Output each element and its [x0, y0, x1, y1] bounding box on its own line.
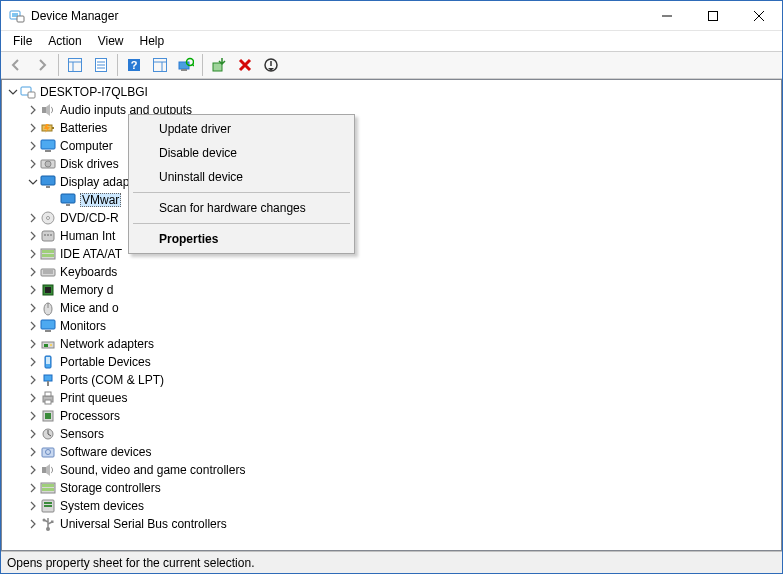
tree-category[interactable]: Mice and o: [2, 299, 781, 317]
tree-category[interactable]: Batteries: [2, 119, 781, 137]
scan-hardware-button[interactable]: [174, 53, 198, 77]
tree-category[interactable]: Display adapters: [2, 173, 781, 191]
tree-category[interactable]: Universal Serial Bus controllers: [2, 515, 781, 533]
expander-icon[interactable]: [26, 481, 40, 495]
action-pane-button[interactable]: [148, 53, 172, 77]
expander-icon[interactable]: [26, 157, 40, 171]
net-icon: [40, 336, 56, 352]
expander-icon[interactable]: [26, 499, 40, 513]
menu-file[interactable]: File: [5, 32, 40, 50]
device-tree[interactable]: DESKTOP-I7QLBGIAudio inputs and outputsB…: [1, 79, 782, 551]
expander-icon[interactable]: [26, 409, 40, 423]
expander-icon[interactable]: [26, 517, 40, 531]
tree-category[interactable]: DVD/CD-R: [2, 209, 781, 227]
context-disable-device[interactable]: Disable device: [131, 141, 352, 165]
menu-action[interactable]: Action: [40, 32, 89, 50]
tree-category[interactable]: Storage controllers: [2, 479, 781, 497]
context-properties[interactable]: Properties: [131, 227, 352, 251]
tree-category[interactable]: Computer: [2, 137, 781, 155]
category-label: Human Int: [60, 229, 115, 243]
menu-help[interactable]: Help: [132, 32, 173, 50]
tree-category[interactable]: Sensors: [2, 425, 781, 443]
svg-rect-74: [42, 488, 54, 491]
maximize-button[interactable]: [690, 1, 736, 31]
update-driver-button[interactable]: [207, 53, 231, 77]
minimize-button[interactable]: [644, 1, 690, 31]
printer-icon: [40, 390, 56, 406]
category-label: Software devices: [60, 445, 151, 459]
tree-category[interactable]: Print queues: [2, 389, 781, 407]
menu-view[interactable]: View: [90, 32, 132, 50]
svg-rect-67: [45, 413, 51, 419]
battery-icon: [40, 120, 56, 136]
expander-icon[interactable]: [26, 373, 40, 387]
tree-category[interactable]: Memory d: [2, 281, 781, 299]
expander-icon[interactable]: [26, 301, 40, 315]
tree-category[interactable]: Network adapters: [2, 335, 781, 353]
expander-icon[interactable]: [26, 211, 40, 225]
svg-rect-54: [41, 320, 55, 329]
tree-category[interactable]: IDE ATA/AT: [2, 245, 781, 263]
svg-rect-55: [45, 330, 51, 332]
expander-icon[interactable]: [26, 175, 40, 189]
expander-icon[interactable]: [26, 463, 40, 477]
expander-icon[interactable]: [26, 355, 40, 369]
expander-icon[interactable]: [26, 445, 40, 459]
svg-rect-64: [45, 392, 51, 396]
context-menu: Update driverDisable deviceUninstall dev…: [128, 114, 355, 254]
expander-icon[interactable]: [26, 121, 40, 135]
expander-icon[interactable]: [26, 139, 40, 153]
svg-rect-36: [61, 194, 75, 203]
expander-icon[interactable]: [6, 85, 20, 99]
tree-category[interactable]: Audio inputs and outputs: [2, 101, 781, 119]
context-scan-for-hardware-changes[interactable]: Scan for hardware changes: [131, 196, 352, 220]
tree-category[interactable]: Human Int: [2, 227, 781, 245]
expander-icon[interactable]: [26, 265, 40, 279]
expander-icon[interactable]: [26, 427, 40, 441]
tree-root[interactable]: DESKTOP-I7QLBGI: [2, 83, 781, 101]
window-title: Device Manager: [31, 9, 644, 23]
tree-category[interactable]: Monitors: [2, 317, 781, 335]
forward-button[interactable]: [30, 53, 54, 77]
storage-icon: [40, 480, 56, 496]
properties-button[interactable]: [89, 53, 113, 77]
cd-icon: [40, 210, 56, 226]
svg-rect-46: [42, 254, 54, 257]
svg-line-22: [192, 64, 194, 66]
tree-category[interactable]: Keyboards: [2, 263, 781, 281]
expander-icon[interactable]: [26, 319, 40, 333]
statusbar: Opens property sheet for the current sel…: [1, 551, 782, 573]
show-hide-console-tree-button[interactable]: [63, 53, 87, 77]
expander-icon[interactable]: [26, 391, 40, 405]
context-update-driver[interactable]: Update driver: [131, 117, 352, 141]
tree-category[interactable]: Disk drives: [2, 155, 781, 173]
category-label: DVD/CD-R: [60, 211, 119, 225]
context-uninstall-device[interactable]: Uninstall device: [131, 165, 352, 189]
uninstall-button[interactable]: [233, 53, 257, 77]
back-button[interactable]: [4, 53, 28, 77]
expander-icon[interactable]: [26, 103, 40, 117]
tree-category[interactable]: Sound, video and game controllers: [2, 461, 781, 479]
tree-category[interactable]: Processors: [2, 407, 781, 425]
close-button[interactable]: [736, 1, 782, 31]
port-icon: [40, 372, 56, 388]
tree-category[interactable]: Ports (COM & LPT): [2, 371, 781, 389]
tree-device[interactable]: VMwar: [2, 191, 781, 209]
tree-category[interactable]: System devices: [2, 497, 781, 515]
tree-category[interactable]: Portable Devices: [2, 353, 781, 371]
help-button[interactable]: ?: [122, 53, 146, 77]
tree-category[interactable]: Software devices: [2, 443, 781, 461]
svg-rect-30: [41, 140, 55, 149]
category-label: Memory d: [60, 283, 113, 297]
expander-icon[interactable]: [26, 337, 40, 351]
storage-icon: [40, 246, 56, 262]
disable-button[interactable]: [259, 53, 283, 77]
category-label: Print queues: [60, 391, 127, 405]
svg-point-43: [50, 234, 52, 236]
expander-icon[interactable]: [26, 247, 40, 261]
monitor-icon: [40, 318, 56, 334]
expander-icon[interactable]: [26, 229, 40, 243]
disk-icon: [40, 156, 56, 172]
expander-icon[interactable]: [26, 283, 40, 297]
toolbar: ?: [1, 51, 782, 79]
